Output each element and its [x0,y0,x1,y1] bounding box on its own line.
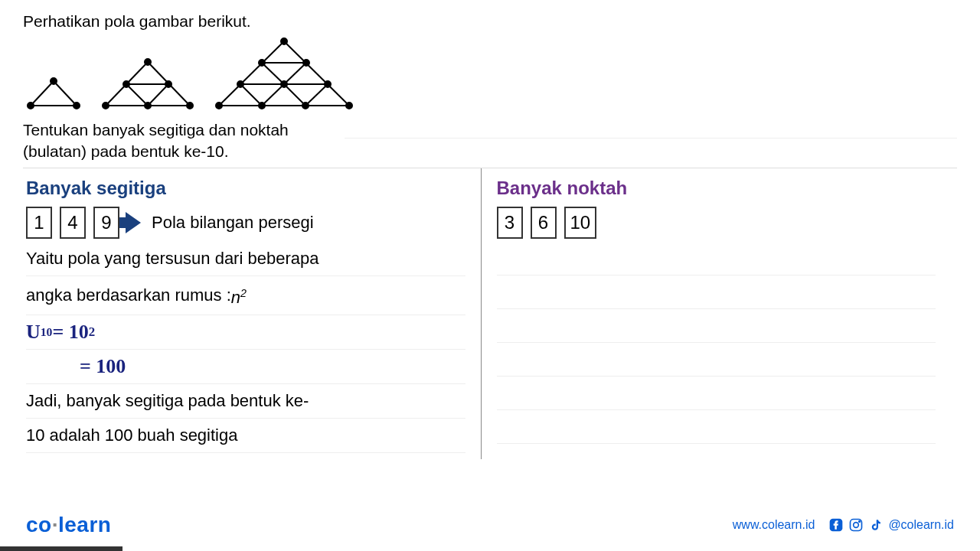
conclusion-line: 10 adalah 100 buah segitiga [26,419,466,453]
svg-line-1 [31,81,54,106]
svg-point-34 [281,81,287,87]
seq-box: 10 [564,207,597,239]
svg-line-24 [262,84,284,106]
svg-point-38 [281,38,287,44]
seq-box: 1 [26,207,52,239]
svg-line-2 [54,81,77,106]
svg-line-26 [305,84,328,106]
svg-point-4 [74,103,80,109]
triangle-pattern-3 [211,37,357,113]
seq-box: 9 [93,207,119,239]
pattern-figures [23,37,957,113]
instagram-icon [848,517,864,533]
accent-bar [0,546,122,551]
svg-point-29 [216,103,222,109]
svg-line-22 [284,41,349,106]
svg-point-15 [123,81,129,87]
footer-handle: @colearn.id [888,518,954,532]
svg-line-28 [284,63,306,84]
heading-triangles: Banyak segitiga [26,178,466,199]
svg-line-23 [240,84,262,106]
svg-point-33 [237,81,243,87]
svg-point-5 [51,78,57,84]
intro-text: Perhatikan pola gambar berikut. [23,12,957,31]
triangle-pattern-1 [23,75,84,113]
facebook-icon [828,517,844,533]
arrow-right-icon [126,212,141,233]
question-line: Tentukan banyak segitiga dan noktah [23,121,289,139]
desc-line: Yaitu pola yang tersusun dari beberapa [26,242,466,276]
svg-point-41 [854,523,859,528]
svg-line-11 [148,84,168,106]
seq-box: 6 [531,207,557,239]
hand-eq-line1: U10 = 102 [26,315,466,350]
svg-point-31 [302,103,309,109]
svg-point-42 [859,521,861,523]
tiktok-icon [868,517,884,533]
desc-line: angka berdasarkan rumus : n2 [26,276,466,315]
svg-point-14 [187,103,193,109]
svg-point-37 [303,60,309,66]
brand-logo: co·learn [26,513,111,537]
svg-point-35 [325,81,331,87]
right-column: Banyak noktah 3 6 10 [482,168,958,459]
svg-point-16 [165,81,172,87]
footer-url: www.colearn.id [733,518,815,532]
svg-line-27 [262,63,284,84]
left-column: Banyak segitiga 1 4 9 Pola bilangan pers… [23,168,482,459]
seq-box: 4 [60,207,86,239]
heading-dots: Banyak noktah [497,178,936,199]
svg-point-32 [346,103,352,109]
svg-point-13 [145,103,151,109]
svg-point-17 [145,59,151,65]
svg-point-3 [28,103,34,109]
triangle-pattern-2 [98,56,198,113]
pattern-label: Pola bilangan persegi [152,213,314,233]
svg-line-10 [126,84,148,106]
seq-box: 3 [497,207,523,239]
social-links: @colearn.id [828,517,954,533]
svg-point-36 [259,60,265,66]
svg-point-12 [103,103,109,109]
footer: co·learn www.colearn.id @colearn.id [0,513,980,537]
conclusion-line: Jadi, banyak segitiga pada bentuk ke- [26,384,466,419]
question-text: Tentukan banyak segitiga dan noktah (bul… [23,119,345,163]
svg-point-30 [259,103,265,109]
question-line: (bulatan) pada bentuk ke-10. [23,142,229,160]
svg-line-25 [284,84,305,106]
hand-eq-line2: = 100 [26,350,466,384]
